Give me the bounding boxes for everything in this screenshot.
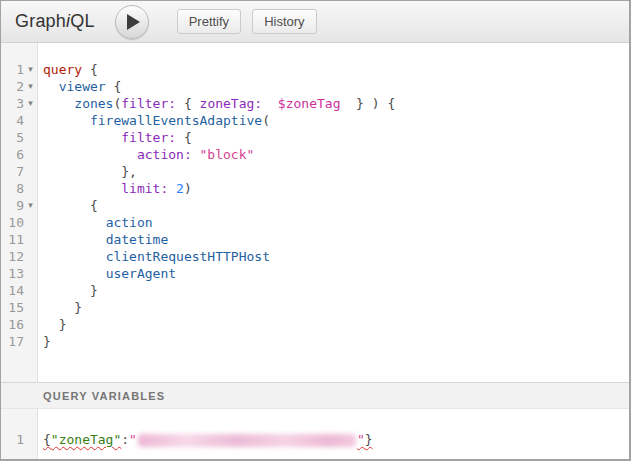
gutter-row: 7	[1, 163, 37, 180]
code-line[interactable]: viewer {	[43, 78, 629, 95]
variables-editor: 1 {"zoneTag":""}	[1, 409, 629, 459]
prettify-button[interactable]: Prettify	[177, 9, 241, 34]
variables-gutter: 1	[1, 409, 38, 459]
code-token: 2	[176, 181, 184, 196]
line-number: 4	[1, 112, 24, 129]
code-line[interactable]: clientRequestHTTPHost	[43, 248, 629, 265]
code-line[interactable]: {	[43, 197, 629, 214]
code-line[interactable]: }	[43, 316, 629, 333]
gutter-row: 2▾	[1, 78, 37, 95]
app-logo: GraphiQL	[15, 11, 95, 32]
fold-arrow-icon[interactable]: ▾	[24, 78, 37, 95]
code-token: },	[43, 164, 137, 179]
code-token: {	[43, 198, 98, 213]
code-token: query	[43, 62, 82, 77]
code-line[interactable]: query {	[43, 61, 629, 78]
code-token: {	[176, 130, 192, 145]
code-token	[43, 113, 90, 128]
code-token: zones	[74, 96, 113, 111]
code-token: }	[43, 300, 82, 315]
code-token: firewallEventsAdaptive	[90, 113, 262, 128]
code-token	[262, 96, 278, 111]
code-token: {	[106, 79, 122, 94]
code-line[interactable]: },	[43, 163, 629, 180]
line-number: 11	[1, 231, 24, 248]
line-number: 14	[1, 282, 24, 299]
gutter-row: 15	[1, 299, 37, 316]
line-number: 13	[1, 265, 24, 282]
line-number: 7	[1, 163, 24, 180]
code-token: zoneTag:	[200, 96, 263, 111]
redacted-value	[138, 434, 356, 447]
code-line[interactable]: }	[43, 333, 629, 350]
code-token	[43, 96, 74, 111]
line-number: 2	[1, 78, 24, 95]
code-line[interactable]: firewallEventsAdaptive(	[43, 112, 629, 129]
code-token: {	[43, 432, 51, 447]
code-token: filter:	[121, 130, 176, 145]
query-variables-header: QUERY VARIABLES	[1, 382, 629, 409]
graphiql-container: GraphiQL Prettify History 1▾2▾3▾456789▾1…	[0, 0, 631, 461]
logo-text-post: QL	[70, 11, 94, 31]
code-token: } ) {	[340, 96, 395, 111]
code-token: action	[106, 215, 153, 230]
code-line[interactable]: }	[43, 282, 629, 299]
code-token	[43, 130, 121, 145]
code-line[interactable]: {"zoneTag":""}	[43, 431, 629, 448]
code-token: }	[43, 283, 98, 298]
code-token	[43, 215, 106, 230]
line-number: 16	[1, 316, 24, 333]
history-button[interactable]: History	[252, 9, 316, 34]
gutter-row: 1	[1, 431, 37, 448]
logo-text-pre: Graph	[15, 11, 66, 31]
code-token: "zoneTag"	[51, 432, 121, 447]
line-number: 8	[1, 180, 24, 197]
gutter-row: 5	[1, 129, 37, 146]
line-number: 12	[1, 248, 24, 265]
query-gutter: 1▾2▾3▾456789▾1011121314151617	[1, 43, 38, 382]
line-number: 3	[1, 95, 24, 112]
code-token	[43, 249, 106, 264]
code-token: limit:	[121, 181, 168, 196]
query-editor: 1▾2▾3▾456789▾1011121314151617 query { vi…	[1, 43, 629, 382]
gutter-row: 3▾	[1, 95, 37, 112]
gutter-row: 11	[1, 231, 37, 248]
line-number: 10	[1, 214, 24, 231]
code-token	[43, 266, 106, 281]
code-line[interactable]: datetime	[43, 231, 629, 248]
code-line[interactable]: userAgent	[43, 265, 629, 282]
gutter-row: 4	[1, 112, 37, 129]
gutter-row: 16	[1, 316, 37, 333]
code-line[interactable]: action: "block"	[43, 146, 629, 163]
code-token: "	[129, 432, 137, 447]
fold-arrow-icon[interactable]: ▾	[24, 61, 37, 78]
gutter-row: 9▾	[1, 197, 37, 214]
code-token: "block"	[200, 147, 255, 162]
code-token: viewer	[59, 79, 106, 94]
code-token: "	[357, 432, 365, 447]
code-line[interactable]: filter: {	[43, 129, 629, 146]
line-number: 1	[1, 431, 24, 448]
code-line[interactable]: limit: 2)	[43, 180, 629, 197]
code-token: }	[43, 317, 66, 332]
fold-arrow-icon[interactable]: ▾	[24, 95, 37, 112]
code-line[interactable]: zones(filter: { zoneTag: $zoneTag } ) {	[43, 95, 629, 112]
query-code[interactable]: query { viewer { zones(filter: { zoneTag…	[38, 43, 629, 382]
code-token: userAgent	[106, 266, 176, 281]
code-token	[43, 79, 59, 94]
line-number: 6	[1, 146, 24, 163]
code-token	[168, 181, 176, 196]
code-line[interactable]: }	[43, 299, 629, 316]
code-token	[43, 181, 121, 196]
line-number: 9	[1, 197, 24, 214]
code-token: (	[262, 113, 270, 128]
code-line[interactable]: action	[43, 214, 629, 231]
execute-query-button[interactable]	[115, 5, 149, 39]
gutter-row: 10	[1, 214, 37, 231]
gutter-row: 14	[1, 282, 37, 299]
fold-arrow-icon[interactable]: ▾	[24, 197, 37, 214]
code-token: clientRequestHTTPHost	[106, 249, 270, 264]
line-number: 17	[1, 333, 24, 350]
variables-code[interactable]: {"zoneTag":""}	[38, 409, 629, 459]
query-variables-title: QUERY VARIABLES	[43, 390, 165, 402]
